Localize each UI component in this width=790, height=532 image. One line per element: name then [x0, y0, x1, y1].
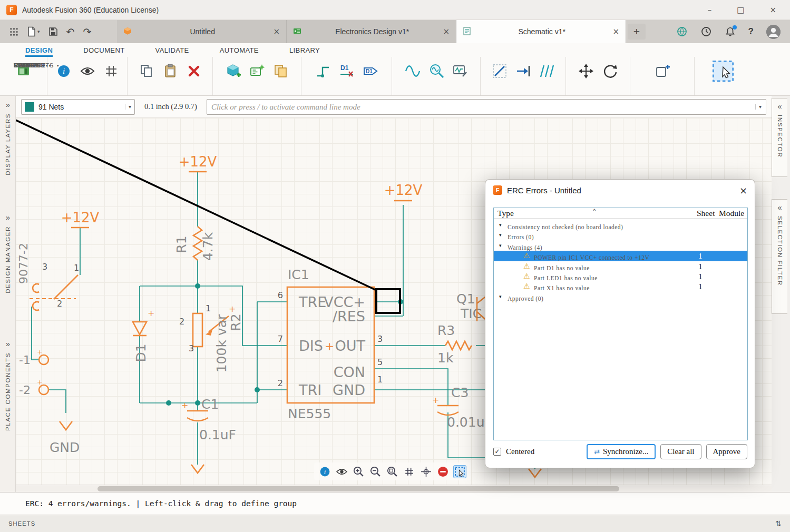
- tab-electronics-design[interactable]: Electronics Design v1* ×: [287, 20, 456, 43]
- component-r3[interactable]: R3 1k: [437, 323, 472, 366]
- warning-row-power-pin[interactable]: ⚠ POWER pin IC1 VCC+ connected to +12V 1: [494, 251, 747, 261]
- tab-untitled[interactable]: Untitled ×: [117, 20, 287, 43]
- job-status-icon[interactable]: [676, 26, 688, 37]
- net-tag-icon[interactable]: D1: [362, 63, 379, 80]
- select-mode-icon[interactable]: [453, 465, 466, 478]
- synchronize-button[interactable]: ⇄ Synchronize...: [587, 444, 656, 459]
- panel-inspector[interactable]: « INSPECTOR: [772, 98, 787, 177]
- minimize-button[interactable]: –: [708, 5, 712, 15]
- expand-panel-icon[interactable]: »: [6, 339, 10, 348]
- horizontal-scroll-thumb[interactable]: [97, 486, 619, 491]
- grid-settings-icon[interactable]: [103, 63, 120, 80]
- command-line-input[interactable]: [211, 102, 755, 111]
- panel-design-manager[interactable]: » DESIGN MANAGER: [0, 213, 16, 293]
- tree-row-consistency[interactable]: ▾ Consistency not checked (no board load…: [494, 220, 747, 230]
- group-label[interactable]: SELECT▾: [14, 62, 44, 68]
- collapse-panel-icon[interactable]: «: [777, 102, 782, 111]
- menu-document[interactable]: DOCUMENT: [83, 46, 124, 57]
- close-icon[interactable]: ×: [739, 185, 747, 196]
- place-part-icon[interactable]: [225, 63, 242, 80]
- tab-schematic[interactable]: Schematic v1* ×: [456, 20, 626, 43]
- panel-display-layers[interactable]: » DISPLAY LAYERS: [0, 100, 16, 175]
- tree-caret-icon[interactable]: ▾: [499, 230, 502, 240]
- erc-table-header[interactable]: Type ^ Sheet Module: [494, 208, 747, 219]
- info-icon[interactable]: i: [318, 465, 331, 478]
- component-q1[interactable]: Q1 TIC: [456, 291, 486, 321]
- component-c3[interactable]: C3 0.01u +: [432, 385, 485, 430]
- collapse-panel-icon[interactable]: «: [777, 203, 782, 212]
- wire-stub-icon[interactable]: [515, 63, 532, 80]
- component-switch-9077[interactable]: 9077-2 3 1 2: [17, 243, 79, 310]
- place-board-icon[interactable]: [249, 63, 266, 80]
- tree-row-warnings[interactable]: ▾ Warnings (4): [494, 241, 747, 251]
- close-icon[interactable]: ×: [612, 27, 619, 36]
- panel-place-components[interactable]: » PLACE COMPONENTS: [0, 339, 16, 431]
- sine-wave-icon[interactable]: [404, 63, 421, 80]
- help-icon[interactable]: ?: [748, 26, 754, 37]
- zoom-out-icon[interactable]: [369, 465, 382, 478]
- paste-icon[interactable]: [162, 63, 179, 80]
- menu-library[interactable]: LIBRARY: [289, 46, 320, 57]
- move-icon[interactable]: [578, 63, 594, 80]
- component-conn2[interactable]: -2 +: [19, 378, 48, 397]
- horizontal-scrollbar[interactable]: [16, 485, 772, 492]
- oscilloscope-icon[interactable]: [452, 63, 469, 80]
- visibility-eye-icon[interactable]: [79, 63, 96, 80]
- column-module[interactable]: Module: [719, 209, 744, 218]
- shortcuts-icon[interactable]: [654, 63, 671, 80]
- approve-button[interactable]: Approve: [706, 444, 748, 459]
- remove-icon[interactable]: [436, 465, 450, 478]
- delete-icon[interactable]: [186, 63, 202, 80]
- column-sheet[interactable]: Sheet: [697, 209, 715, 218]
- layer-nets-dropdown[interactable]: 91 Nets ▾: [21, 99, 135, 115]
- component-d1[interactable]: D1 +: [133, 308, 154, 362]
- place-sheet-icon[interactable]: [272, 63, 289, 80]
- net-label-icon[interactable]: D1: [338, 63, 355, 80]
- copy-icon[interactable]: [138, 63, 155, 80]
- new-tab-button[interactable]: +: [628, 24, 646, 40]
- notifications-bell-icon[interactable]: [725, 26, 736, 37]
- undo-icon[interactable]: ↶: [66, 26, 75, 37]
- history-clock-icon[interactable]: [700, 26, 712, 37]
- grid-icon[interactable]: [403, 465, 416, 478]
- clear-all-button[interactable]: Clear all: [660, 444, 701, 459]
- visibility-eye-icon[interactable]: [335, 465, 348, 478]
- close-button[interactable]: ×: [769, 5, 776, 15]
- expand-panel-icon[interactable]: »: [6, 100, 10, 109]
- app-grid-icon[interactable]: [9, 27, 18, 36]
- expand-sheets-icon[interactable]: ⇅: [775, 519, 782, 528]
- tree-caret-icon[interactable]: ▾: [499, 292, 502, 302]
- tree-row-errors[interactable]: ▾ Errors (0): [494, 230, 747, 240]
- menu-automate[interactable]: AUTOMATE: [220, 46, 259, 57]
- rotate-icon[interactable]: [601, 63, 618, 80]
- simulate-probe-zoom-icon[interactable]: [428, 63, 445, 80]
- component-ic1-ne555[interactable]: IC1 NE555 TRE DIS TRI VCC+ /RES OUT CON …: [278, 267, 383, 421]
- component-r2-pot[interactable]: R2 100k var 2 3 1 +: [179, 303, 243, 372]
- close-icon[interactable]: ×: [273, 27, 280, 36]
- tree-caret-icon[interactable]: ▾: [499, 220, 502, 230]
- tree-caret-icon[interactable]: ▾: [499, 241, 502, 251]
- net-tool-icon[interactable]: [315, 63, 331, 80]
- maximize-button[interactable]: □: [737, 5, 744, 15]
- component-conn1[interactable]: -1 +: [19, 348, 48, 367]
- warning-row-led1[interactable]: ⚠ Part LED1 has no value 1: [494, 271, 747, 281]
- zoom-in-icon[interactable]: [352, 465, 365, 478]
- save-icon[interactable]: [48, 27, 58, 36]
- warning-row-d1[interactable]: ⚠ Part D1 has no value 1: [494, 261, 747, 271]
- dialog-title-bar[interactable]: F ERC Errors - Untitled ×: [485, 180, 755, 201]
- origin-crosshair-icon[interactable]: [420, 465, 433, 478]
- component-c1[interactable]: C1 0.1uF +: [181, 397, 236, 442]
- close-icon[interactable]: ×: [443, 27, 450, 36]
- centered-checkbox[interactable]: ✓: [493, 448, 501, 456]
- expand-panel-icon[interactable]: »: [6, 213, 10, 222]
- power-symbols[interactable]: +12V +12V +12V: [61, 154, 423, 228]
- select-tool-icon[interactable]: [710, 58, 736, 84]
- draw-line-icon[interactable]: [491, 63, 508, 80]
- file-menu-icon[interactable]: ▾: [27, 26, 40, 37]
- component-r1[interactable]: R1 4.7k: [174, 226, 216, 261]
- warning-row-x1[interactable]: ⚠ Part X1 has no value 1: [494, 281, 747, 291]
- tree-row-approved[interactable]: ▾ Approved (0): [494, 292, 747, 302]
- skew-lines-icon[interactable]: [539, 63, 555, 80]
- user-avatar[interactable]: [766, 25, 781, 39]
- menu-design[interactable]: DESIGN: [25, 46, 53, 57]
